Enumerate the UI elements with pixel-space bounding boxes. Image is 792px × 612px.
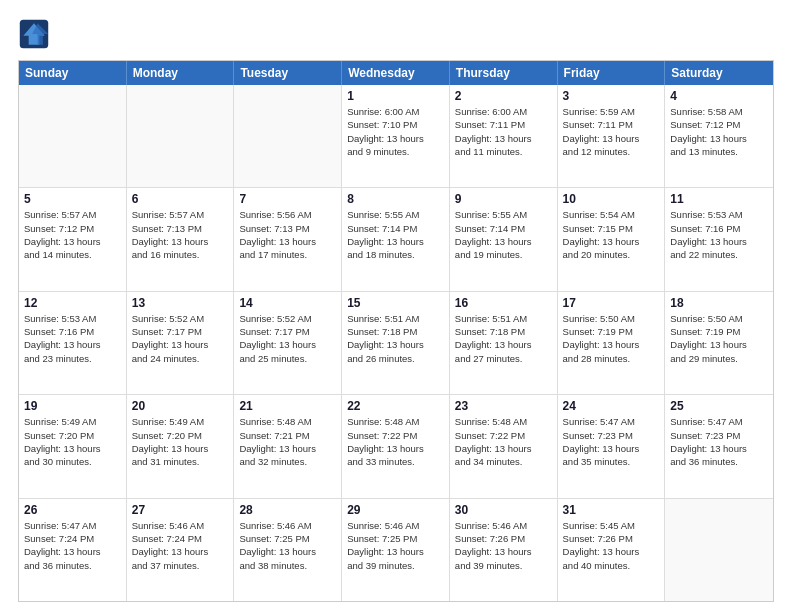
day-number: 21	[239, 399, 336, 413]
calendar-cell: 10Sunrise: 5:54 AM Sunset: 7:15 PM Dayli…	[558, 188, 666, 290]
day-info: Sunrise: 5:51 AM Sunset: 7:18 PM Dayligh…	[347, 312, 444, 365]
calendar-cell: 7Sunrise: 5:56 AM Sunset: 7:13 PM Daylig…	[234, 188, 342, 290]
calendar-cell: 28Sunrise: 5:46 AM Sunset: 7:25 PM Dayli…	[234, 499, 342, 601]
day-info: Sunrise: 5:53 AM Sunset: 7:16 PM Dayligh…	[670, 208, 768, 261]
day-info: Sunrise: 5:47 AM Sunset: 7:23 PM Dayligh…	[563, 415, 660, 468]
day-number: 1	[347, 89, 444, 103]
calendar-row: 12Sunrise: 5:53 AM Sunset: 7:16 PM Dayli…	[19, 292, 773, 395]
day-info: Sunrise: 5:55 AM Sunset: 7:14 PM Dayligh…	[347, 208, 444, 261]
day-info: Sunrise: 5:57 AM Sunset: 7:12 PM Dayligh…	[24, 208, 121, 261]
day-number: 8	[347, 192, 444, 206]
calendar-cell: 18Sunrise: 5:50 AM Sunset: 7:19 PM Dayli…	[665, 292, 773, 394]
calendar-cell: 15Sunrise: 5:51 AM Sunset: 7:18 PM Dayli…	[342, 292, 450, 394]
day-number: 26	[24, 503, 121, 517]
logo-icon	[18, 18, 50, 50]
calendar-cell	[19, 85, 127, 187]
day-info: Sunrise: 5:56 AM Sunset: 7:13 PM Dayligh…	[239, 208, 336, 261]
calendar-cell: 13Sunrise: 5:52 AM Sunset: 7:17 PM Dayli…	[127, 292, 235, 394]
day-number: 3	[563, 89, 660, 103]
day-info: Sunrise: 5:52 AM Sunset: 7:17 PM Dayligh…	[239, 312, 336, 365]
day-number: 22	[347, 399, 444, 413]
day-number: 11	[670, 192, 768, 206]
calendar-cell	[665, 499, 773, 601]
day-info: Sunrise: 5:52 AM Sunset: 7:17 PM Dayligh…	[132, 312, 229, 365]
day-info: Sunrise: 5:55 AM Sunset: 7:14 PM Dayligh…	[455, 208, 552, 261]
calendar-cell: 21Sunrise: 5:48 AM Sunset: 7:21 PM Dayli…	[234, 395, 342, 497]
day-info: Sunrise: 5:48 AM Sunset: 7:22 PM Dayligh…	[347, 415, 444, 468]
calendar-cell: 1Sunrise: 6:00 AM Sunset: 7:10 PM Daylig…	[342, 85, 450, 187]
day-number: 18	[670, 296, 768, 310]
calendar-cell: 3Sunrise: 5:59 AM Sunset: 7:11 PM Daylig…	[558, 85, 666, 187]
day-number: 13	[132, 296, 229, 310]
calendar-cell: 14Sunrise: 5:52 AM Sunset: 7:17 PM Dayli…	[234, 292, 342, 394]
day-info: Sunrise: 5:46 AM Sunset: 7:25 PM Dayligh…	[239, 519, 336, 572]
calendar-cell: 24Sunrise: 5:47 AM Sunset: 7:23 PM Dayli…	[558, 395, 666, 497]
calendar-header-day: Friday	[558, 61, 666, 85]
day-number: 28	[239, 503, 336, 517]
calendar-cell	[127, 85, 235, 187]
calendar-body: 1Sunrise: 6:00 AM Sunset: 7:10 PM Daylig…	[19, 85, 773, 601]
header	[18, 18, 774, 50]
day-number: 2	[455, 89, 552, 103]
day-info: Sunrise: 5:46 AM Sunset: 7:25 PM Dayligh…	[347, 519, 444, 572]
calendar-cell: 5Sunrise: 5:57 AM Sunset: 7:12 PM Daylig…	[19, 188, 127, 290]
calendar-cell: 6Sunrise: 5:57 AM Sunset: 7:13 PM Daylig…	[127, 188, 235, 290]
day-info: Sunrise: 5:51 AM Sunset: 7:18 PM Dayligh…	[455, 312, 552, 365]
day-number: 20	[132, 399, 229, 413]
calendar-cell: 29Sunrise: 5:46 AM Sunset: 7:25 PM Dayli…	[342, 499, 450, 601]
day-info: Sunrise: 5:50 AM Sunset: 7:19 PM Dayligh…	[670, 312, 768, 365]
calendar-cell: 23Sunrise: 5:48 AM Sunset: 7:22 PM Dayli…	[450, 395, 558, 497]
calendar-row: 5Sunrise: 5:57 AM Sunset: 7:12 PM Daylig…	[19, 188, 773, 291]
day-number: 6	[132, 192, 229, 206]
calendar-cell: 25Sunrise: 5:47 AM Sunset: 7:23 PM Dayli…	[665, 395, 773, 497]
day-info: Sunrise: 5:45 AM Sunset: 7:26 PM Dayligh…	[563, 519, 660, 572]
calendar-cell	[234, 85, 342, 187]
day-info: Sunrise: 5:49 AM Sunset: 7:20 PM Dayligh…	[24, 415, 121, 468]
day-number: 24	[563, 399, 660, 413]
calendar-cell: 31Sunrise: 5:45 AM Sunset: 7:26 PM Dayli…	[558, 499, 666, 601]
calendar-cell: 11Sunrise: 5:53 AM Sunset: 7:16 PM Dayli…	[665, 188, 773, 290]
day-info: Sunrise: 5:54 AM Sunset: 7:15 PM Dayligh…	[563, 208, 660, 261]
day-number: 14	[239, 296, 336, 310]
calendar-cell: 12Sunrise: 5:53 AM Sunset: 7:16 PM Dayli…	[19, 292, 127, 394]
calendar-cell: 16Sunrise: 5:51 AM Sunset: 7:18 PM Dayli…	[450, 292, 558, 394]
day-number: 10	[563, 192, 660, 206]
day-number: 12	[24, 296, 121, 310]
day-info: Sunrise: 6:00 AM Sunset: 7:11 PM Dayligh…	[455, 105, 552, 158]
day-info: Sunrise: 6:00 AM Sunset: 7:10 PM Dayligh…	[347, 105, 444, 158]
calendar-cell: 8Sunrise: 5:55 AM Sunset: 7:14 PM Daylig…	[342, 188, 450, 290]
calendar-header-day: Wednesday	[342, 61, 450, 85]
calendar-header-day: Thursday	[450, 61, 558, 85]
calendar-header-day: Saturday	[665, 61, 773, 85]
day-number: 17	[563, 296, 660, 310]
day-info: Sunrise: 5:50 AM Sunset: 7:19 PM Dayligh…	[563, 312, 660, 365]
calendar-cell: 17Sunrise: 5:50 AM Sunset: 7:19 PM Dayli…	[558, 292, 666, 394]
day-number: 7	[239, 192, 336, 206]
calendar-cell: 26Sunrise: 5:47 AM Sunset: 7:24 PM Dayli…	[19, 499, 127, 601]
calendar-cell: 27Sunrise: 5:46 AM Sunset: 7:24 PM Dayli…	[127, 499, 235, 601]
calendar-row: 19Sunrise: 5:49 AM Sunset: 7:20 PM Dayli…	[19, 395, 773, 498]
calendar-header: SundayMondayTuesdayWednesdayThursdayFrid…	[19, 61, 773, 85]
day-info: Sunrise: 5:49 AM Sunset: 7:20 PM Dayligh…	[132, 415, 229, 468]
calendar-cell: 22Sunrise: 5:48 AM Sunset: 7:22 PM Dayli…	[342, 395, 450, 497]
calendar-cell: 19Sunrise: 5:49 AM Sunset: 7:20 PM Dayli…	[19, 395, 127, 497]
calendar-row: 26Sunrise: 5:47 AM Sunset: 7:24 PM Dayli…	[19, 499, 773, 601]
day-number: 27	[132, 503, 229, 517]
calendar-header-day: Monday	[127, 61, 235, 85]
calendar-row: 1Sunrise: 6:00 AM Sunset: 7:10 PM Daylig…	[19, 85, 773, 188]
day-info: Sunrise: 5:47 AM Sunset: 7:24 PM Dayligh…	[24, 519, 121, 572]
day-info: Sunrise: 5:58 AM Sunset: 7:12 PM Dayligh…	[670, 105, 768, 158]
day-number: 9	[455, 192, 552, 206]
calendar-header-day: Sunday	[19, 61, 127, 85]
calendar-cell: 30Sunrise: 5:46 AM Sunset: 7:26 PM Dayli…	[450, 499, 558, 601]
day-info: Sunrise: 5:59 AM Sunset: 7:11 PM Dayligh…	[563, 105, 660, 158]
page: SundayMondayTuesdayWednesdayThursdayFrid…	[0, 0, 792, 612]
day-number: 30	[455, 503, 552, 517]
calendar-cell: 4Sunrise: 5:58 AM Sunset: 7:12 PM Daylig…	[665, 85, 773, 187]
day-number: 5	[24, 192, 121, 206]
day-number: 19	[24, 399, 121, 413]
calendar-cell: 9Sunrise: 5:55 AM Sunset: 7:14 PM Daylig…	[450, 188, 558, 290]
day-number: 15	[347, 296, 444, 310]
day-info: Sunrise: 5:46 AM Sunset: 7:24 PM Dayligh…	[132, 519, 229, 572]
calendar-cell: 20Sunrise: 5:49 AM Sunset: 7:20 PM Dayli…	[127, 395, 235, 497]
